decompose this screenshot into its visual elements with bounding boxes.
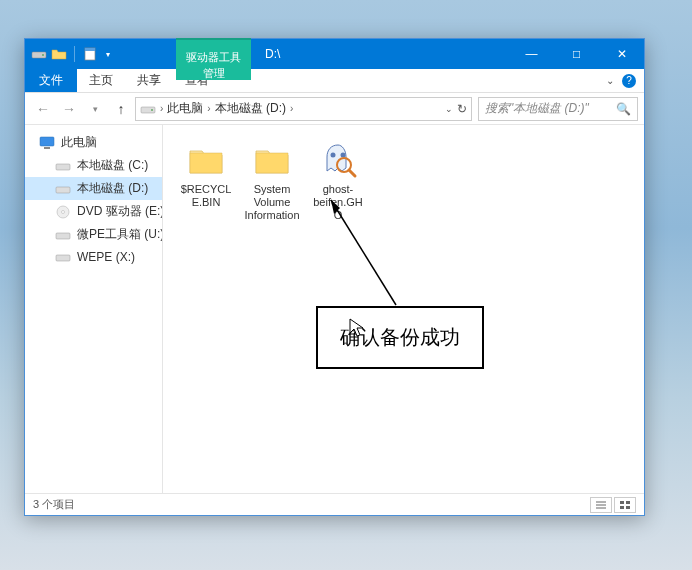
svg-point-1: [42, 54, 44, 56]
svg-point-14: [331, 153, 336, 158]
drive-icon: [31, 46, 47, 62]
disk-icon: [55, 227, 71, 243]
details-view-button[interactable]: [590, 497, 612, 513]
explorer-window: ▾ 驱动器工具 管理 D:\ — □ ✕ 文件 主页 共享 查看 ⌄ ? ← →…: [24, 38, 645, 516]
svg-rect-6: [40, 137, 54, 146]
breadcrumb-drive[interactable]: 本地磁盘 (D:): [215, 100, 286, 117]
breadcrumb[interactable]: › 此电脑 › 本地磁盘 (D:) › ⌄ ↻: [135, 97, 472, 121]
ribbon-tab-share[interactable]: 共享: [125, 69, 173, 92]
qat: ▾: [25, 39, 114, 69]
svg-rect-12: [56, 233, 70, 239]
ribbon: 文件 主页 共享 查看 ⌄ ?: [25, 69, 644, 93]
ribbon-file-tab[interactable]: 文件: [25, 69, 77, 92]
disk-icon: [55, 158, 71, 174]
tree-item-label: 本地磁盘 (C:): [77, 157, 148, 174]
tree-wepe-x[interactable]: WEPE (X:): [25, 246, 162, 268]
search-input[interactable]: 搜索"本地磁盘 (D:)" 🔍: [478, 97, 638, 121]
view-switcher: [590, 497, 636, 513]
svg-rect-9: [56, 187, 70, 193]
tree-item-label: DVD 驱动器 (E:) CI: [77, 203, 162, 220]
status-text: 3 个项目: [33, 497, 75, 512]
forward-button[interactable]: →: [57, 97, 81, 121]
tree-this-pc[interactable]: 此电脑: [25, 131, 162, 154]
qat-separator: [74, 46, 75, 62]
minimize-button[interactable]: —: [509, 39, 554, 69]
back-button[interactable]: ←: [31, 97, 55, 121]
breadcrumb-this-pc[interactable]: 此电脑: [167, 100, 203, 117]
contextual-tab-label: 驱动器工具: [186, 48, 241, 64]
window-controls: — □ ✕: [509, 39, 644, 69]
file-label: $RECYCLE.BIN: [177, 183, 235, 209]
qat-dropdown-icon[interactable]: ▾: [102, 50, 114, 59]
file-item-recycle[interactable]: $RECYCLE.BIN: [177, 139, 235, 209]
svg-point-15: [341, 153, 346, 158]
ribbon-right: ⌄ ?: [606, 69, 644, 92]
svg-point-5: [151, 109, 153, 111]
svg-rect-8: [56, 164, 70, 170]
drive-breadcrumb-icon: [140, 101, 156, 117]
breadcrumb-sep-icon[interactable]: ›: [205, 103, 212, 114]
tree-item-label: 此电脑: [61, 134, 97, 151]
breadcrumb-sep-icon[interactable]: ›: [288, 103, 295, 114]
svg-line-17: [349, 170, 355, 176]
refresh-icon[interactable]: ↻: [457, 102, 467, 116]
ghost-icon: [318, 139, 358, 179]
file-item-svi[interactable]: System Volume Information: [243, 139, 301, 222]
titlebar[interactable]: ▾ 驱动器工具 管理 D:\ — □ ✕: [25, 39, 644, 69]
folder-icon: [252, 139, 292, 179]
file-label: ghost-beifen.GHO: [309, 183, 367, 222]
properties-icon[interactable]: [82, 46, 98, 62]
cursor-icon: [349, 318, 365, 338]
computer-icon: [39, 135, 55, 151]
svg-rect-7: [44, 147, 50, 149]
ribbon-collapse-icon[interactable]: ⌄: [606, 75, 614, 86]
close-button[interactable]: ✕: [599, 39, 644, 69]
tree-drive-c[interactable]: 本地磁盘 (C:): [25, 154, 162, 177]
svg-point-11: [62, 210, 65, 213]
icons-view-button[interactable]: [614, 497, 636, 513]
maximize-button[interactable]: □: [554, 39, 599, 69]
ribbon-tab-home[interactable]: 主页: [77, 69, 125, 92]
search-icon[interactable]: 🔍: [616, 102, 631, 116]
file-label: System Volume Information: [243, 183, 301, 222]
statusbar: 3 个项目: [25, 493, 644, 515]
contextual-tab-drive-tools[interactable]: 驱动器工具 管理: [176, 38, 251, 80]
search-placeholder: 搜索"本地磁盘 (D:)": [485, 100, 589, 117]
disk-icon: [55, 181, 71, 197]
window-title: D:\: [251, 39, 294, 69]
tree-item-label: 本地磁盘 (D:): [77, 180, 148, 197]
svg-rect-3: [85, 48, 95, 51]
nav-tree[interactable]: 此电脑 本地磁盘 (C:) 本地磁盘 (D:) DVD 驱动器 (E:) CI …: [25, 125, 163, 493]
folder-icon[interactable]: [51, 46, 67, 62]
dvd-icon: [55, 204, 71, 220]
breadcrumb-sep-icon[interactable]: ›: [158, 103, 165, 114]
disk-icon: [55, 249, 71, 265]
svg-rect-22: [626, 501, 630, 504]
annotation-box: 确认备份成功: [316, 306, 484, 369]
up-button[interactable]: ↑: [109, 97, 133, 121]
help-icon[interactable]: ?: [622, 74, 636, 88]
tree-item-label: 微PE工具箱 (U:): [77, 226, 162, 243]
tree-dvd[interactable]: DVD 驱动器 (E:) CI: [25, 200, 162, 223]
breadcrumb-dropdown-icon[interactable]: ⌄: [445, 104, 453, 114]
manage-tab-label: 管理: [203, 64, 225, 80]
svg-rect-23: [620, 506, 624, 509]
svg-rect-13: [56, 255, 70, 261]
tree-drive-d[interactable]: 本地磁盘 (D:): [25, 177, 162, 200]
breadcrumb-right: ⌄ ↻: [445, 102, 467, 116]
tree-item-label: WEPE (X:): [77, 250, 135, 264]
file-item-ghost[interactable]: ghost-beifen.GHO: [309, 139, 367, 222]
recent-dropdown-icon[interactable]: ▾: [83, 97, 107, 121]
tree-wepe-u[interactable]: 微PE工具箱 (U:): [25, 223, 162, 246]
svg-rect-24: [626, 506, 630, 509]
svg-rect-21: [620, 501, 624, 504]
folder-icon: [186, 139, 226, 179]
navbar: ← → ▾ ↑ › 此电脑 › 本地磁盘 (D:) › ⌄ ↻ 搜索"本地磁盘 …: [25, 93, 644, 125]
